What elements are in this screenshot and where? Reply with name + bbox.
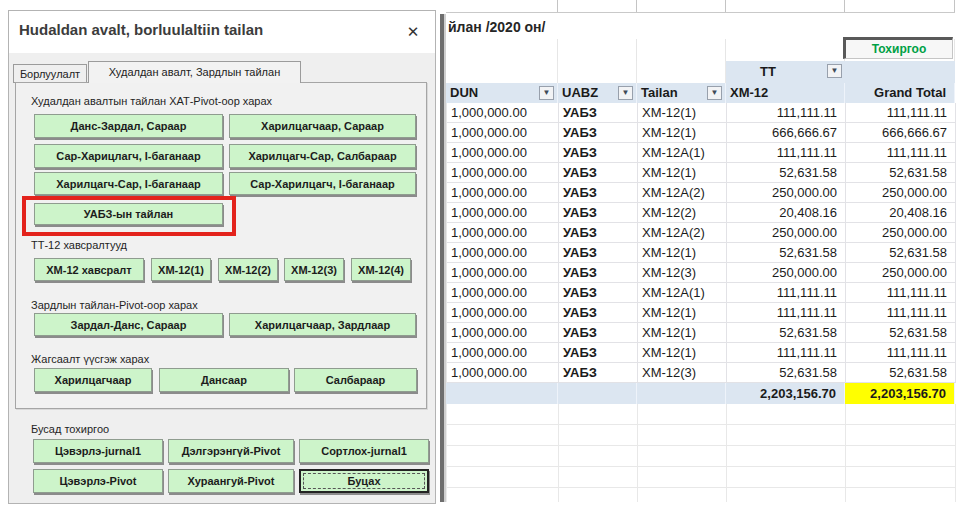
pivot-tt-row: TT ▼ [446,61,955,83]
button-xm12-4[interactable]: ХМ-12(4) [351,258,411,281]
table-row: 1,000,000.00 УАБЗ ХМ-12(1) 52,631.58 52,… [446,163,955,183]
table-header-row: DUN ▼ UABZ ▼ Tailan ▼ XM-12 Grand Total [446,83,955,103]
button-tseverle-jurnal1[interactable]: Цэвэрлэ-jurnal1 [33,439,163,463]
button-sortloh-jurnal1[interactable]: Сортлох-jurnal1 [299,439,429,463]
button-harilcagch-sar-i-baganaar[interactable]: Харилцагч-Сар, I-баганаар [34,172,223,195]
close-icon[interactable]: ✕ [403,22,423,42]
empty-row [446,488,955,502]
column-header-grand-total: Grand Total [845,83,955,103]
table-row: 1,000,000.00 УАБЗ ХМ-12(1) 111,111.11 11… [446,303,955,323]
button-xm12-1[interactable]: ХМ-12(1) [151,258,211,281]
button-zardal-dans-saraar[interactable]: Зардал-Данс, Сараар [34,313,223,336]
grand-total-row: 2,203,156.70 2,203,156.70 [446,383,955,404]
button-dans-zardal-saraar[interactable]: Данс-Зардал, Сараар [34,114,223,138]
button-delgerengui-pivot[interactable]: Дэлгэрэнгүй-Pivot [168,439,294,463]
total-tt-value: 2,203,156.70 [726,383,845,404]
column-header-dun: DUN [446,85,478,100]
spreadsheet-panel: йлан /2020 он/ Тохиргоо TT ▼ DUN ▼ UABZ … [440,0,970,514]
tt-header-label: TT [760,64,776,79]
table-row: 1,000,000.00 УАБЗ ХМ-12(1) 52,631.58 52,… [446,323,955,343]
table-row: 1,000,000.00 УАБЗ ХМ-12(3) 250,000.00 25… [446,263,955,283]
filter-dropdown-icon[interactable]: ▼ [539,86,554,100]
report-dialog: Hudaldan avalt, borluulaltiin tailan ✕ Б… [8,10,436,504]
table-row: 1,000,000.00 УАБЗ ХМ-12А(2) 250,000.00 2… [446,223,955,243]
filter-dropdown-icon[interactable]: ▼ [827,64,842,78]
button-harilcagchaar-saraar[interactable]: Харилцагчаар, Сараар [229,114,416,138]
button-xm12-2[interactable]: ХМ-12(2) [218,258,278,281]
column-header-xm12: XM-12 [726,85,768,100]
table-row: 1,000,000.00 УАБЗ ХМ-12(1) 666,666.67 66… [446,123,955,143]
tab-hudaldan-avalt-zardlyn-tailan[interactable]: Худалдан авалт, Зардлын тайлан [88,61,301,83]
total-grand-value-highlighted: 2,203,156.70 [845,383,955,404]
button-xm12-3[interactable]: ХМ-12(3) [284,258,344,281]
empty-row [446,446,955,467]
table-body: 1,000,000.00 УАБЗ ХМ-12(1) 111,111.11 11… [446,103,955,383]
table-row: 1,000,000.00 УАБЗ ХМ-12(2) 20,408.16 20,… [446,203,955,223]
dialog-title: Hudaldan avalt, borluulaltiin tailan [19,21,263,38]
button-dansaar-list[interactable]: Дансаар [159,368,289,392]
button-xm12-havsralt[interactable]: ХМ-12 хавсралт [34,258,144,281]
column-header-tailan: Tailan [637,85,678,100]
button-sar-harilcagch-i-baganaar-2[interactable]: Сар-Харилцагч, I-баганаар [229,172,416,195]
filter-dropdown-icon[interactable]: ▼ [618,86,633,100]
table-row: 1,000,000.00 УАБЗ ХМ-12А(1) 111,111.11 1… [446,283,955,303]
button-harilcagch-sar-salbaraar[interactable]: Харилцагч-Сар, Салбараар [229,144,416,168]
config-shape-button[interactable]: Тохиргоо [843,37,953,59]
section-label-jagsaalt: Жагсаалт үүсгэж харах [31,353,149,365]
sheet-title-partial: йлан /2020 он/ [448,15,545,39]
table-row: 1,000,000.00 УАБЗ ХМ-12А(1) 111,111.11 1… [446,143,955,163]
button-sar-harilcagch-i-baganaar[interactable]: Сар-Харицлагч, I-баганаар [34,144,223,168]
section-label-tt12: ТТ-12 хавсралтууд [31,239,127,251]
dialog-titlebar: Hudaldan avalt, borluulaltiin tailan ✕ [9,11,435,53]
table-row: 1,000,000.00 УАБЗ ХМ-12А(2) 250,000.00 2… [446,183,955,203]
table-row: 1,000,000.00 УАБЗ ХМ-12(1) 52,631.58 52,… [446,243,955,263]
button-harilcagchaar-zardlaar[interactable]: Харилцагчаар, Зардлаар [229,313,416,336]
button-tseverle-pivot[interactable]: Цэвэрлэ-Pivot [33,469,163,493]
table-row: 1,000,000.00 УАБЗ ХМ-12(3) 52,631.58 52,… [446,363,955,383]
table-row: 1,000,000.00 УАБЗ ХМ-12(1) 111,111.11 11… [446,343,955,363]
button-harilcagchaar-list[interactable]: Харилцагчаар [34,368,152,392]
button-salbaraar-list[interactable]: Салбараар [294,368,417,392]
empty-row [446,425,955,446]
empty-row [446,467,955,488]
section-label-busad-tohirgoo: Бусад тохиргоо [31,423,109,435]
button-huraangui-pivot[interactable]: Хураангуй-Pivot [168,469,294,493]
button-uabz-tailan[interactable]: УАБЗ-ын тайлан [34,203,223,225]
empty-row [446,404,955,425]
cut-top-row [446,0,955,13]
tab-borluulalt[interactable]: Борлуулалт [13,64,87,83]
section-label-zardlyn-pivot: Зардлын тайлан-Pivot-оор харах [31,299,198,311]
column-header-uabz: UABZ [558,85,598,100]
section-label-hat-pivot: Худалдан авалтын тайлан ХАТ-Pivot-оор ха… [31,95,272,107]
table-row: 1,000,000.00 УАБЗ ХМ-12(1) 111,111.11 11… [446,103,955,123]
filter-dropdown-icon[interactable]: ▼ [707,86,722,100]
button-butsah-back[interactable]: Буцах [299,469,429,493]
